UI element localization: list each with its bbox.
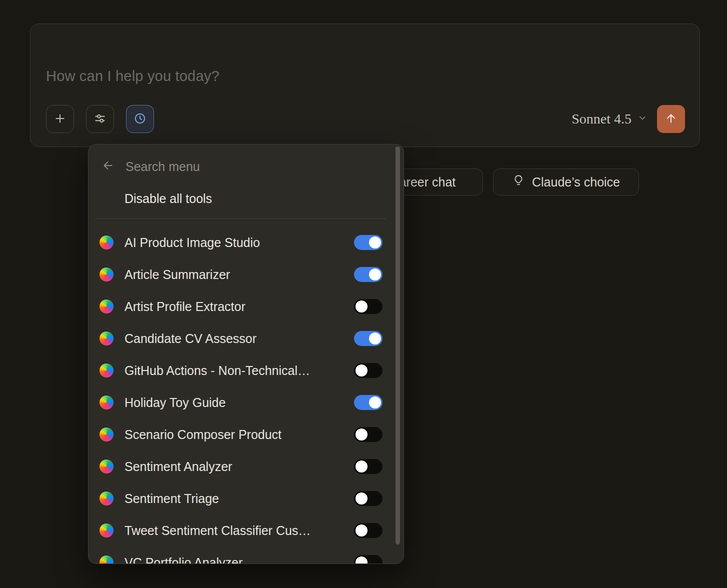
tool-toggle[interactable] — [354, 235, 382, 250]
tool-row: Candidate CV Assessor — [88, 322, 390, 354]
search-menu-label: Search menu — [126, 160, 200, 174]
tool-color-icon — [100, 556, 114, 564]
attach-button[interactable] — [46, 105, 74, 133]
tool-label: Article Summarizer — [124, 268, 354, 282]
menu-scrollbar[interactable] — [396, 146, 400, 544]
toggle-knob — [369, 268, 381, 280]
chevron-down-icon — [638, 113, 648, 125]
send-button[interactable] — [657, 105, 685, 133]
tool-label: Artist Profile Extractor — [124, 300, 354, 314]
clock-icon — [134, 112, 146, 126]
menu-back-button[interactable]: Search menu — [102, 156, 200, 176]
claude-chat-page: How can I help you today? — [0, 0, 727, 588]
tools-settings-button[interactable] — [86, 105, 114, 133]
tool-row: Holiday Toy Guide — [88, 386, 390, 418]
tool-row: Article Summarizer — [88, 258, 390, 290]
toggle-knob — [369, 396, 381, 408]
tool-color-icon — [100, 300, 114, 314]
tool-row: Scenario Composer Product — [88, 418, 390, 450]
tool-row: VC Portfolio Analyzer — [88, 546, 390, 564]
tool-color-icon — [100, 428, 114, 442]
menu-divider — [94, 218, 386, 219]
recent-tools-button[interactable] — [126, 105, 154, 133]
tool-color-icon — [100, 460, 114, 474]
tool-color-icon — [100, 236, 114, 250]
back-arrow-icon — [102, 159, 114, 174]
tool-color-icon — [100, 332, 114, 346]
tool-label: Sentiment Triage — [124, 492, 354, 506]
tool-label: Scenario Composer Product — [124, 428, 354, 442]
arrow-up-icon — [664, 112, 678, 126]
tool-label: Sentiment Analyzer — [124, 460, 354, 474]
tool-label: AI Product Image Studio — [124, 236, 354, 250]
tool-label: GitHub Actions - Non-Technical… — [124, 364, 354, 378]
toggle-knob — [356, 460, 368, 472]
lightbulb-icon — [512, 174, 525, 190]
tool-row: Artist Profile Extractor — [88, 290, 390, 322]
tool-toggle[interactable] — [354, 459, 382, 474]
toggle-knob — [356, 300, 368, 312]
toggle-knob — [369, 236, 381, 248]
composer[interactable]: How can I help you today? — [30, 24, 700, 147]
tool-row: GitHub Actions - Non-Technical… — [88, 354, 390, 386]
composer-placeholder[interactable]: How can I help you today? — [46, 68, 220, 84]
tool-color-icon — [100, 492, 114, 506]
tool-list: AI Product Image Studio Article Summariz… — [88, 226, 390, 564]
tool-color-icon — [100, 268, 114, 282]
tool-toggle[interactable] — [354, 427, 382, 442]
tool-toggle[interactable] — [354, 363, 382, 378]
toggle-knob — [356, 556, 368, 564]
suggestion-label: Claude’s choice — [532, 175, 620, 190]
toggle-knob — [356, 524, 368, 536]
model-selector[interactable]: Sonnet 4.5 — [572, 105, 648, 133]
tool-row: AI Product Image Studio — [88, 226, 390, 258]
tool-toggle[interactable] — [354, 267, 382, 282]
tool-toggle[interactable] — [354, 299, 382, 314]
tool-row: Sentiment Triage — [88, 482, 390, 514]
sliders-icon — [94, 112, 106, 126]
suggestion-label: areer chat — [400, 175, 456, 190]
tool-label: Holiday Toy Guide — [124, 396, 354, 410]
toggle-knob — [356, 492, 368, 504]
tool-color-icon — [100, 364, 114, 378]
tool-label: Tweet Sentiment Classifier Cus… — [124, 524, 354, 538]
tool-row: Sentiment Analyzer — [88, 450, 390, 482]
plus-icon — [54, 112, 66, 126]
tools-menu: Search menu Disable all tools AI Product… — [88, 144, 404, 564]
tool-toggle[interactable] — [354, 491, 382, 506]
tool-color-icon — [100, 396, 114, 410]
toggle-knob — [356, 428, 368, 440]
tool-row: Tweet Sentiment Classifier Cus… — [88, 514, 390, 546]
toggle-knob — [356, 364, 368, 376]
tool-toggle[interactable] — [354, 523, 382, 538]
model-label: Sonnet 4.5 — [572, 111, 632, 127]
tool-toggle[interactable] — [354, 395, 382, 410]
tool-color-icon — [100, 524, 114, 538]
suggestion-claudes-choice[interactable]: Claude’s choice — [493, 168, 639, 196]
toggle-knob — [369, 332, 381, 344]
tool-label: Candidate CV Assessor — [124, 332, 354, 346]
tool-toggle[interactable] — [354, 555, 382, 564]
tool-label: VC Portfolio Analyzer — [124, 556, 354, 564]
disable-all-tools-button[interactable]: Disable all tools — [124, 190, 212, 208]
tool-toggle[interactable] — [354, 331, 382, 346]
